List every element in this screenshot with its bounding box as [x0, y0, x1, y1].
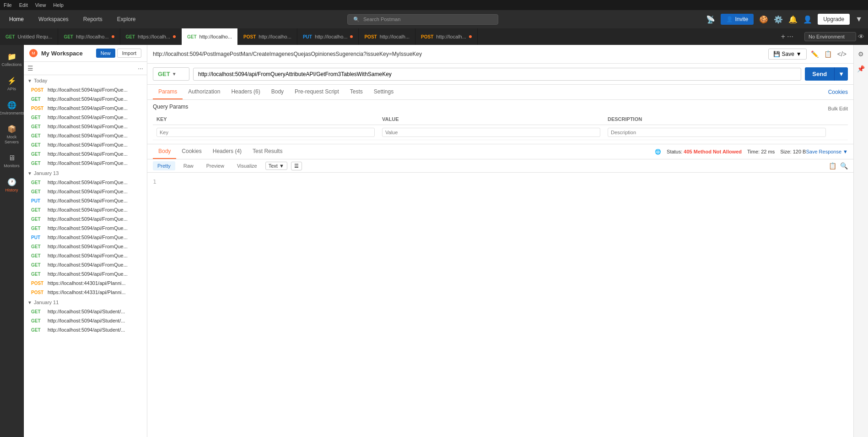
add-tab-icon[interactable]: +	[781, 33, 785, 41]
help-menu-item[interactable]: Help	[53, 2, 64, 8]
tab-headers[interactable]: Headers (6)	[226, 85, 265, 99]
history-item[interactable]: GET http://localhost:5094/api/FromQue...	[24, 224, 147, 233]
share-icon[interactable]: 📋	[823, 49, 833, 59]
history-item[interactable]: GET http://localhost:5094/api/Student/..…	[24, 316, 147, 325]
search-response-icon[interactable]: 🔍	[840, 162, 848, 169]
history-item[interactable]: GET http://localhost:5094/api/FromQue...	[24, 158, 147, 168]
invite-button[interactable]: 👤 Invite	[721, 14, 754, 25]
history-item[interactable]: GET http://localhost:5094/api/FromQue...	[24, 113, 147, 122]
history-item[interactable]: GET http://localhost:5094/api/FromQue...	[24, 242, 147, 251]
filter-icon[interactable]: ☰	[27, 65, 33, 72]
code-icon[interactable]: </>	[836, 49, 848, 59]
bell-icon[interactable]: 🔔	[788, 15, 798, 24]
tab-4[interactable]: POST http://localho...	[238, 28, 297, 45]
avatar-icon[interactable]: 👤	[803, 15, 812, 24]
upgrade-button[interactable]: Upgrade	[818, 14, 850, 25]
copy-icon[interactable]: 📋	[829, 162, 836, 169]
history-item[interactable]: POST https://localhost:44331/api/Planni.…	[24, 288, 147, 297]
right-sidebar-icon-2[interactable]: 📌	[855, 63, 867, 74]
send-dropdown-icon[interactable]: ▼	[834, 67, 848, 81]
history-item[interactable]: GET http://localhost:5094/api/FromQue...	[24, 214, 147, 224]
send-button[interactable]: Send ▼	[805, 67, 848, 81]
tab-2[interactable]: GET https://localh...	[120, 28, 182, 45]
format-preview[interactable]: Preview	[202, 161, 229, 170]
sidebar-item-monitors[interactable]: 🖥 Monitors	[2, 150, 22, 172]
history-item[interactable]: GET http://localhost:5094/api/FromQue...	[24, 140, 147, 149]
tab-settings[interactable]: Settings	[368, 85, 399, 99]
chevron-down-icon[interactable]: ▼	[855, 15, 863, 23]
format-pretty[interactable]: Pretty	[153, 161, 175, 170]
sidebar-item-collections[interactable]: 📁 Collections	[2, 49, 22, 71]
format-visualize[interactable]: Visualize	[232, 161, 262, 170]
history-item[interactable]: PUT http://localhost:5094/api/FromQue...	[24, 233, 147, 242]
tab-7[interactable]: POST http://localh...	[415, 28, 478, 45]
resp-tab-test-results[interactable]: Test Results	[247, 144, 288, 159]
history-item[interactable]: GET http://localhost:5094/api/FromQue...	[24, 251, 147, 260]
more-options-icon[interactable]: ···	[138, 65, 143, 72]
history-item[interactable]: PUT http://localhost:5094/api/FromQue...	[24, 196, 147, 205]
param-key-input[interactable]	[156, 128, 375, 137]
nav-workspaces[interactable]: Workspaces	[35, 14, 72, 24]
nav-home[interactable]: Home	[5, 14, 27, 24]
history-item[interactable]: GET http://localhost:5094/api/FromQue...	[24, 149, 147, 158]
tab-body[interactable]: Body	[266, 85, 289, 99]
tab-pre-request-script[interactable]: Pre-request Script	[289, 85, 345, 99]
tab-authorization[interactable]: Authorization	[183, 85, 226, 99]
cookie-icon[interactable]: 🍪	[759, 15, 768, 24]
tab-5[interactable]: PUT http://localho...	[297, 28, 359, 45]
history-item[interactable]: POST http://localhost:5094/api/FromQue..…	[24, 85, 147, 94]
new-button[interactable]: New	[96, 49, 115, 58]
history-item[interactable]: POST http://localhost:5094/api/FromQue..…	[24, 104, 147, 113]
sidebar-item-history[interactable]: 🕐 History	[2, 174, 22, 197]
history-item[interactable]: GET http://localhost:5094/api/FromQue...	[24, 187, 147, 196]
save-button[interactable]: 💾 Save ▼	[768, 49, 807, 60]
sidebar-item-apis[interactable]: ⚡ APIs	[2, 73, 22, 95]
edit-icon[interactable]: ✏️	[809, 49, 820, 59]
tab-0[interactable]: GET Untitled Requ...	[0, 28, 58, 45]
resp-tab-cookies[interactable]: Cookies	[176, 144, 207, 159]
sidebar-item-mock-servers[interactable]: 📦 Mock Servers	[2, 121, 22, 148]
tab-params[interactable]: Params	[153, 85, 183, 99]
tab-tests[interactable]: Tests	[345, 85, 368, 99]
param-value-input[interactable]	[382, 128, 600, 137]
nav-reports[interactable]: Reports	[80, 14, 106, 24]
param-description-input[interactable]	[608, 128, 826, 137]
edit-menu-item[interactable]: Edit	[19, 2, 28, 8]
history-item[interactable]: GET http://localhost:5094/api/FromQue...	[24, 131, 147, 140]
search-input-wrap[interactable]: 🔍 Search Postman	[347, 14, 498, 25]
jan11-section-header[interactable]: ▼ January 11	[24, 297, 147, 307]
method-select[interactable]: GET ▼	[153, 67, 189, 81]
cookies-link[interactable]: Cookies	[828, 89, 848, 95]
satellite-icon[interactable]: 📡	[706, 15, 715, 24]
tab-1[interactable]: GET http://localho...	[58, 28, 120, 45]
environment-select[interactable]: No Environment	[804, 32, 856, 41]
import-button[interactable]: Import	[117, 49, 141, 58]
eye-icon[interactable]: 👁	[858, 33, 864, 40]
file-menu-item[interactable]: File	[4, 2, 12, 8]
tab-6[interactable]: POST http://localh...	[359, 28, 415, 45]
history-item[interactable]: GET http://localhost:5094/api/FromQue...	[24, 205, 147, 214]
history-item[interactable]: GET http://localhost:5094/api/FromQue...	[24, 260, 147, 269]
tab-3[interactable]: GET http://localho...	[182, 28, 238, 45]
view-menu-item[interactable]: View	[35, 2, 46, 8]
format-raw[interactable]: Raw	[179, 161, 198, 170]
history-item[interactable]: GET http://localhost:5094/api/Student/..…	[24, 307, 147, 316]
history-item[interactable]: POST https://localhost:44301/api/Planni.…	[24, 279, 147, 288]
nav-explore[interactable]: Explore	[113, 14, 140, 24]
save-response-button[interactable]: Save Response ▼	[806, 149, 848, 154]
bulk-edit-button[interactable]: Bulk Edit	[828, 106, 848, 111]
resp-tab-body[interactable]: Body	[153, 144, 176, 159]
url-input[interactable]	[193, 68, 801, 81]
history-item[interactable]: GET http://localhost:5094/api/FromQue...	[24, 94, 147, 104]
sidebar-item-environments[interactable]: 🌐 Environments	[2, 97, 22, 120]
more-tabs-icon[interactable]: ⋯	[787, 33, 793, 40]
history-item[interactable]: GET http://localhost:5094/api/Student/..…	[24, 325, 147, 334]
history-item[interactable]: GET http://localhost:5094/api/FromQue...	[24, 269, 147, 279]
settings-icon[interactable]: ⚙️	[774, 15, 783, 24]
jan13-section-header[interactable]: ▼ January 13	[24, 168, 147, 178]
today-section-header[interactable]: ▼ Today	[24, 75, 147, 85]
resp-tab-headers[interactable]: Headers (4)	[207, 144, 247, 159]
text-format-select[interactable]: Text ▼	[265, 162, 287, 170]
filter-button[interactable]: ☰	[291, 162, 302, 170]
right-sidebar-icon-1[interactable]: ⚙	[856, 49, 866, 60]
